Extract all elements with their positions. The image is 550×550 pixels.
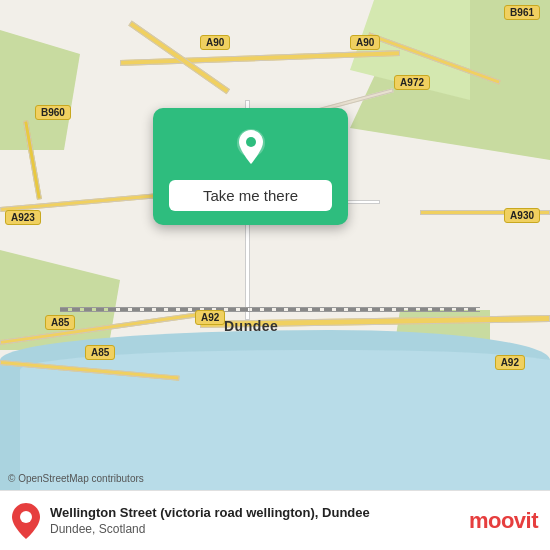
location-name: Wellington Street (victoria road welling… xyxy=(50,505,459,522)
label-a90-right: A90 xyxy=(350,35,380,50)
label-b961: B961 xyxy=(504,5,540,20)
label-a85-2: A85 xyxy=(85,345,115,360)
take-me-there-button[interactable]: Take me there xyxy=(169,180,332,211)
label-a972: A972 xyxy=(394,75,430,90)
railway-line xyxy=(60,307,480,312)
map-attribution: © OpenStreetMap contributors xyxy=(8,473,144,484)
location-pin-icon xyxy=(12,503,40,539)
map-pin-icon xyxy=(229,126,273,170)
bottom-bar: Wellington Street (victoria road welling… xyxy=(0,490,550,550)
location-city-country: Dundee, Scotland xyxy=(50,522,459,536)
label-b960: B960 xyxy=(35,105,71,120)
label-a930: A930 xyxy=(504,208,540,223)
map-container: A90 A90 A972 B961 B960 A923 A930 A92 A92… xyxy=(0,0,550,490)
label-a92-bottom: A92 xyxy=(195,310,225,325)
location-info: Wellington Street (victoria road welling… xyxy=(50,505,459,536)
moovit-logo: moovit xyxy=(469,508,538,534)
take-me-there-card: Take me there xyxy=(153,108,348,225)
svg-point-1 xyxy=(246,137,256,147)
label-a92-right: A92 xyxy=(495,355,525,370)
city-label: Dundee xyxy=(224,318,278,334)
svg-point-2 xyxy=(20,511,32,523)
label-a85-1: A85 xyxy=(45,315,75,330)
label-a90-top: A90 xyxy=(200,35,230,50)
label-a923: A923 xyxy=(5,210,41,225)
